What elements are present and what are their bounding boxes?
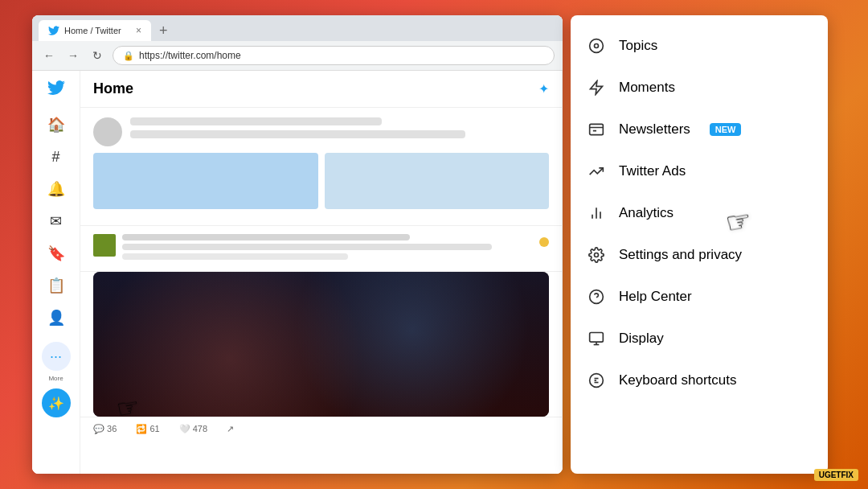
back-button[interactable]: ← (40, 47, 58, 64)
topics-label: Topics (619, 38, 657, 54)
more-label: More (48, 375, 63, 382)
twitter-app: 🏠 # 🔔 ✉ 🔖 📋 👤 ··· More ✨ Home ✦ (32, 71, 563, 474)
sidebar-item-bookmarks[interactable]: 🔖 (42, 239, 71, 268)
help-label: Help Center (619, 289, 692, 305)
tweet-line (122, 234, 410, 240)
like-action[interactable]: 🤍 478 (179, 424, 207, 434)
tweet-content-2 (122, 234, 533, 263)
feed-title: Home (93, 80, 133, 97)
tweet-line (122, 244, 492, 250)
analytics-label: Analytics (619, 205, 674, 221)
tab-close-button[interactable]: × (136, 25, 141, 36)
menu-item-topics[interactable]: Topics (571, 25, 828, 67)
tweet-image (325, 153, 550, 209)
twitter-logo[interactable] (47, 79, 65, 101)
refresh-button[interactable]: ↻ (88, 47, 106, 64)
menu-item-settings[interactable]: Settings and privacy (571, 234, 828, 276)
keyboard-label: Keyboard shortcuts (619, 372, 736, 388)
settings-label: Settings and privacy (619, 247, 742, 263)
tab-bar: Home / Twitter × + (32, 15, 563, 41)
sidebar-item-explore[interactable]: # (42, 142, 71, 171)
topics-icon (587, 36, 606, 55)
display-icon (587, 329, 606, 348)
sparkle-icon[interactable]: ✦ (538, 81, 549, 97)
video-content (93, 272, 549, 417)
keyboard-icon (587, 371, 606, 390)
url-input[interactable]: 🔒 https://twitter.com/home (113, 46, 555, 65)
tweet-images (93, 153, 549, 209)
moments-label: Moments (619, 80, 675, 96)
settings-icon (587, 245, 606, 265)
twitter-ads-label: Twitter Ads (619, 163, 686, 179)
display-label: Display (619, 331, 664, 347)
forward-button[interactable]: → (64, 47, 82, 64)
svg-rect-12 (590, 333, 604, 343)
browser-chrome: Home / Twitter × + ← → ↻ 🔒 https://twitt… (32, 15, 563, 71)
twitter-sidebar: 🏠 # 🔔 ✉ 🔖 📋 👤 ··· More ✨ (32, 71, 80, 474)
menu-item-help[interactable]: Help Center (571, 276, 828, 318)
share-action[interactable]: ↗ (227, 424, 234, 434)
address-bar: ← → ↻ 🔒 https://twitter.com/home (32, 41, 563, 70)
browser-tab[interactable]: Home / Twitter × (39, 20, 151, 41)
tweet-avatar-2 (93, 234, 116, 257)
new-tab-button[interactable]: + (156, 23, 171, 39)
tweet-avatar-1 (93, 117, 122, 146)
lock-icon: 🔒 (123, 51, 134, 61)
svg-rect-3 (590, 124, 604, 134)
svg-marker-2 (591, 81, 603, 95)
svg-point-9 (595, 253, 599, 257)
newsletters-label: Newsletters (619, 121, 690, 138)
tweet-line (122, 253, 348, 260)
feed-content: 💬 36 🔁 61 🤍 478 ↗ (80, 108, 562, 474)
sidebar-item-lists[interactable]: 📋 (42, 271, 71, 300)
sidebar-item-messages[interactable]: ✉ (42, 207, 71, 236)
twitter-main-feed: Home ✦ (80, 71, 563, 474)
feed-header: Home ✦ (80, 71, 562, 108)
sidebar-item-profile[interactable]: 👤 (42, 303, 71, 332)
tweet-line (130, 130, 465, 138)
twitter-favicon (48, 25, 59, 36)
sidebar-item-notifications[interactable]: 🔔 (42, 175, 71, 203)
menu-item-newsletters[interactable]: Newsletters NEW (571, 109, 828, 150)
tweet-card-2 (80, 226, 562, 272)
svg-point-0 (590, 39, 604, 53)
tweet-image (93, 153, 318, 209)
tweet-indicator (539, 237, 549, 247)
retweet-action[interactable]: 🔁 61 (136, 424, 159, 434)
reply-action[interactable]: 💬 36 (93, 424, 117, 434)
moments-icon (587, 78, 606, 97)
tweet-video-card[interactable] (93, 272, 549, 417)
menu-item-moments[interactable]: Moments (571, 67, 828, 109)
new-badge: NEW (710, 123, 742, 136)
watermark: UGETFIX (814, 469, 858, 481)
tweet-line (130, 117, 382, 125)
url-text: https://twitter.com/home (139, 50, 241, 61)
svg-point-1 (595, 44, 599, 48)
menu-item-analytics[interactable]: Analytics (571, 192, 828, 234)
analytics-icon (587, 203, 606, 223)
menu-item-display[interactable]: Display (571, 318, 828, 360)
browser-window: Home / Twitter × + ← → ↻ 🔒 https://twitt… (32, 15, 563, 474)
twitter-dropdown-menu: Topics Moments Newsletters NEW Twitter A… (571, 15, 828, 474)
tab-title: Home / Twitter (64, 26, 131, 35)
more-button[interactable]: ··· More (42, 342, 71, 371)
newsletters-icon (587, 120, 606, 139)
tweet-actions: 💬 36 🔁 61 🤍 478 ↗ (80, 417, 562, 441)
sidebar-item-home[interactable]: 🏠 (42, 110, 71, 139)
tweet-content-1 (130, 117, 549, 143)
tweet-card-1 (80, 108, 562, 226)
twitter-ads-icon (587, 162, 606, 181)
help-icon (587, 287, 606, 306)
twitter-logo-icon (47, 79, 65, 97)
compose-tweet-button[interactable]: ✨ (42, 388, 71, 417)
menu-item-keyboard[interactable]: Keyboard shortcuts (571, 360, 828, 401)
menu-item-twitter-ads[interactable]: Twitter Ads (571, 150, 828, 192)
